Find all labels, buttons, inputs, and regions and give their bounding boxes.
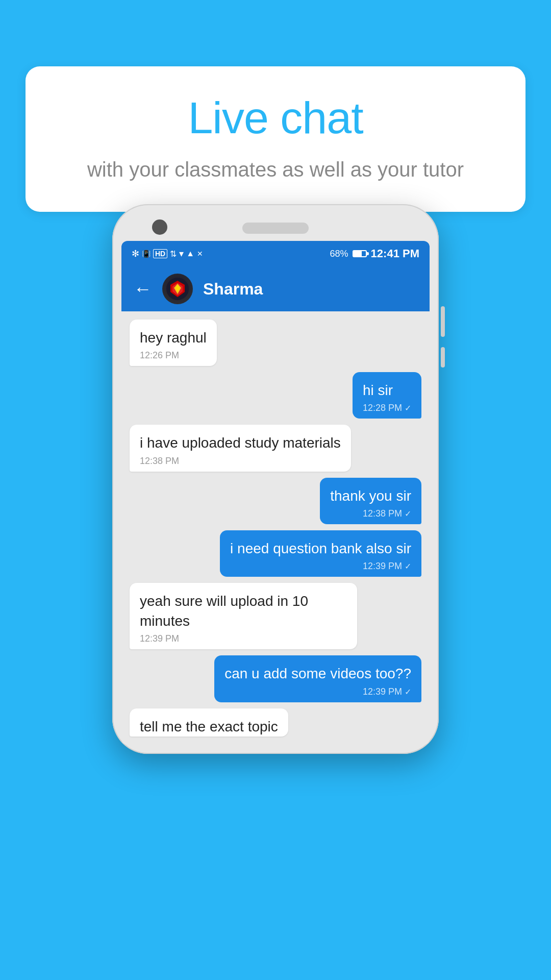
message-time: 12:39 PM ✓ bbox=[224, 687, 411, 697]
message-text: tell me the exact topic bbox=[140, 717, 278, 737]
page-subtitle: with your classmates as well as your tut… bbox=[56, 155, 495, 184]
hd-icon: HD bbox=[153, 249, 167, 258]
battery-icon bbox=[353, 250, 367, 257]
message-text: i have uploaded study materials bbox=[140, 433, 341, 453]
read-receipt-icon: ✓ bbox=[405, 403, 411, 413]
phone-screen: ✻ 📳 HD ⇅ ▾ ▲ ✕ 68% 12:41 PM ← bbox=[121, 241, 430, 745]
avatar bbox=[162, 274, 193, 304]
status-time: 12:41 PM bbox=[371, 247, 419, 260]
phone-camera-icon bbox=[152, 219, 167, 235]
phone-mockup: ✻ 📳 HD ⇅ ▾ ▲ ✕ 68% 12:41 PM ← bbox=[112, 204, 439, 754]
message-time: 12:39 PM bbox=[140, 633, 347, 644]
no-sim-icon: ✕ bbox=[197, 250, 203, 258]
read-receipt-icon: ✓ bbox=[405, 561, 411, 571]
page-title: Live chat bbox=[56, 92, 495, 144]
message-sent-1: hi sir 12:28 PM ✓ bbox=[353, 372, 421, 419]
battery-percent-label: 68% bbox=[330, 249, 348, 259]
message-sent-3: i need question bank also sir 12:39 PM ✓ bbox=[220, 530, 421, 577]
message-sent-4: can u add some videos too?? 12:39 PM ✓ bbox=[214, 655, 421, 702]
status-icons-left: ✻ 📳 HD ⇅ ▾ ▲ ✕ bbox=[132, 248, 203, 259]
phone-power-button bbox=[441, 306, 445, 337]
status-bar: ✻ 📳 HD ⇅ ▾ ▲ ✕ 68% 12:41 PM bbox=[121, 241, 430, 266]
message-time: 12:38 PM ✓ bbox=[330, 508, 411, 519]
phone-top-bar bbox=[121, 213, 430, 241]
read-receipt-icon: ✓ bbox=[405, 687, 411, 697]
message-sent-2: thank you sir 12:38 PM ✓ bbox=[320, 478, 421, 524]
message-text: yeah sure will upload in 10 minutes bbox=[140, 591, 347, 631]
message-text: hey raghul bbox=[140, 328, 207, 348]
status-right: 68% 12:41 PM bbox=[330, 247, 419, 260]
message-time: 12:28 PM ✓ bbox=[363, 403, 411, 413]
phone-outer: ✻ 📳 HD ⇅ ▾ ▲ ✕ 68% 12:41 PM ← bbox=[112, 204, 439, 754]
message-text: can u add some videos too?? bbox=[224, 664, 411, 683]
phone-earpiece bbox=[242, 223, 309, 234]
chat-contact-name: Sharma bbox=[203, 280, 263, 299]
back-button[interactable]: ← bbox=[134, 278, 152, 300]
message-text: hi sir bbox=[363, 380, 411, 400]
read-receipt-icon: ✓ bbox=[405, 509, 411, 519]
message-text: i need question bank also sir bbox=[230, 538, 411, 558]
wifi-icon: ▾ bbox=[179, 248, 184, 259]
chat-header: ← Sharma bbox=[121, 266, 430, 311]
vibrate-icon: 📳 bbox=[142, 250, 151, 258]
message-received-3: yeah sure will upload in 10 minutes 12:3… bbox=[130, 583, 357, 649]
signal-icon: ▲ bbox=[186, 249, 194, 258]
speech-bubble: Live chat with your classmates as well a… bbox=[26, 66, 525, 212]
data-icon: ⇅ bbox=[170, 249, 177, 259]
message-text: thank you sir bbox=[330, 486, 411, 506]
message-received-2: i have uploaded study materials 12:38 PM bbox=[130, 425, 351, 471]
message-received-4: tell me the exact topic bbox=[130, 708, 288, 737]
message-received-1: hey raghul 12:26 PM bbox=[130, 320, 217, 366]
message-time: 12:26 PM bbox=[140, 350, 207, 361]
message-time: 12:39 PM ✓ bbox=[230, 561, 411, 572]
phone-volume-button bbox=[441, 347, 445, 368]
message-time: 12:38 PM bbox=[140, 456, 341, 467]
bluetooth-icon: ✻ bbox=[132, 248, 139, 259]
chat-messages: hey raghul 12:26 PM hi sir 12:28 PM ✓ i … bbox=[121, 311, 430, 745]
